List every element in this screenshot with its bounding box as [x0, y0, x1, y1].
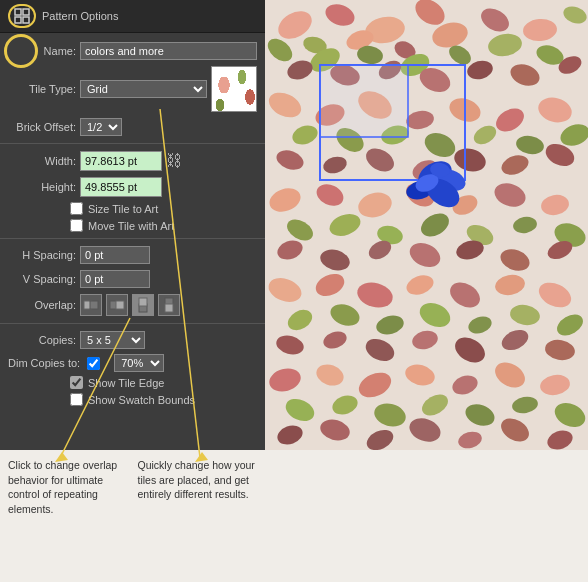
- name-input[interactable]: [80, 42, 257, 60]
- tile-preview-image: [212, 67, 256, 111]
- separator-1: [0, 143, 265, 144]
- brick-offset-row: Brick Offset: 1/2 1/3 1/4: [0, 115, 265, 139]
- overlap-btn-2[interactable]: [106, 294, 128, 316]
- svg-rect-127: [320, 65, 408, 137]
- panel-header: Pattern Options: [0, 0, 265, 33]
- panel-title: Pattern Options: [42, 10, 118, 22]
- overlap-icon-3: [134, 296, 152, 314]
- tile-type-select[interactable]: Grid Brick by Row Brick by Column Hex by…: [80, 80, 207, 98]
- move-tile-label[interactable]: Move Tile with Art: [88, 220, 174, 232]
- v-spacing-input[interactable]: [80, 270, 150, 288]
- grid-icon: [14, 8, 30, 24]
- annotations-area: Click to change overlap behavior for ult…: [0, 452, 265, 523]
- v-spacing-label: V Spacing:: [8, 273, 76, 285]
- show-swatch-bounds-label[interactable]: Show Swatch Bounds: [88, 394, 195, 406]
- overlap-icon-1: [82, 296, 100, 314]
- show-tile-edge-checkbox[interactable]: [70, 376, 83, 389]
- svg-rect-7: [116, 301, 124, 309]
- tile-preview: [211, 66, 257, 112]
- overlap-btn-1[interactable]: [80, 294, 102, 316]
- show-swatch-bounds-checkbox[interactable]: [70, 393, 83, 406]
- overlap-icon-2: [108, 296, 126, 314]
- brick-offset-select[interactable]: 1/2 1/3 1/4: [80, 118, 122, 136]
- size-tile-label[interactable]: Size Tile to Art: [88, 203, 158, 215]
- show-tile-edge-label[interactable]: Show Tile Edge: [88, 377, 164, 389]
- move-tile-checkbox[interactable]: [70, 219, 83, 232]
- height-label: Height:: [8, 181, 76, 193]
- pattern-options-panel: Pattern Options Name: Tile Type: Grid Br…: [0, 0, 265, 450]
- overlap-btn-3[interactable]: [132, 294, 154, 316]
- h-spacing-label: H Spacing:: [8, 249, 76, 261]
- svg-rect-9: [139, 298, 147, 306]
- svg-rect-5: [90, 301, 98, 309]
- size-tile-checkbox[interactable]: [70, 202, 83, 215]
- h-spacing-row: H Spacing:: [0, 243, 265, 267]
- dim-copies-label: Dim Copies to:: [8, 357, 80, 369]
- chain-icon[interactable]: ⛓: [166, 152, 182, 170]
- pattern-svg: [265, 0, 588, 450]
- svg-rect-3: [23, 17, 29, 23]
- dim-copies-select[interactable]: 70% 50% 30%: [114, 354, 164, 372]
- panel-body: Name: Tile Type: Grid Brick by Row Brick…: [0, 33, 265, 414]
- separator-3: [0, 323, 265, 324]
- move-tile-row: Move Tile with Art: [0, 217, 265, 234]
- name-label: Name:: [8, 45, 76, 57]
- show-swatch-bounds-row: Show Swatch Bounds: [0, 391, 265, 408]
- left-annotation: Click to change overlap behavior for ult…: [8, 458, 130, 517]
- dim-copies-checkbox[interactable]: [87, 357, 100, 370]
- width-input[interactable]: [81, 152, 161, 170]
- h-spacing-input[interactable]: [80, 246, 150, 264]
- pattern-canvas: [265, 0, 588, 450]
- show-tile-edge-row: Show Tile Edge: [0, 374, 265, 391]
- tile-type-row: Tile Type: Grid Brick by Row Brick by Co…: [0, 63, 265, 115]
- copies-row: Copies: 5 x 5 3 x 3 7 x 7: [0, 328, 265, 352]
- width-input-wrap: [80, 151, 162, 171]
- name-row: Name:: [0, 39, 265, 63]
- svg-rect-0: [15, 9, 21, 15]
- width-label: Width:: [8, 155, 76, 167]
- svg-rect-2: [15, 17, 21, 23]
- copies-select[interactable]: 5 x 5 3 x 3 7 x 7: [80, 331, 145, 349]
- height-input[interactable]: [81, 178, 161, 196]
- overlap-btn-4[interactable]: [158, 294, 180, 316]
- size-tile-row: Size Tile to Art: [0, 200, 265, 217]
- dim-copies-row: Dim Copies to: 70% 50% 30%: [0, 352, 265, 374]
- brick-offset-label: Brick Offset:: [8, 121, 76, 133]
- left-annotation-text: Click to change overlap behavior for ult…: [8, 459, 117, 515]
- v-spacing-row: V Spacing:: [0, 267, 265, 291]
- copies-label: Copies:: [8, 334, 76, 346]
- height-input-wrap: [80, 177, 162, 197]
- svg-rect-11: [165, 304, 173, 312]
- overlap-row: Overlap:: [0, 291, 265, 319]
- tile-type-label: Tile Type:: [8, 83, 76, 95]
- height-row: Height:: [0, 174, 265, 200]
- overlap-label: Overlap:: [8, 299, 76, 311]
- overlap-icon-4: [160, 296, 178, 314]
- width-row: Width: ⛓: [0, 148, 265, 174]
- panel-icon-box: [8, 4, 36, 28]
- svg-rect-1: [23, 9, 29, 15]
- separator-2: [0, 238, 265, 239]
- right-annotation-text: Quickly change how your tiles are placed…: [138, 459, 255, 500]
- right-annotation: Quickly change how your tiles are placed…: [138, 458, 260, 517]
